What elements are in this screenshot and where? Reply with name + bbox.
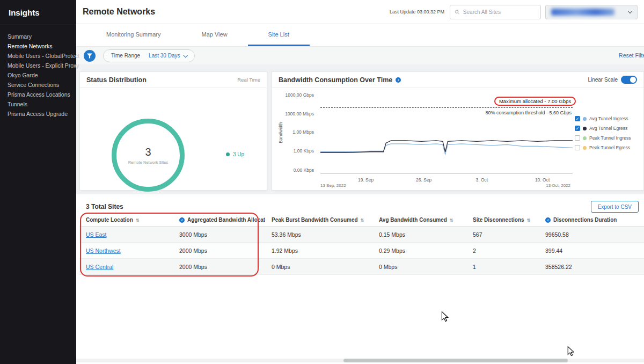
info-icon[interactable]: i [545, 217, 551, 223]
column-header-aggregated-bandwidth-allocated[interactable]: iAggregated Bandwidth Allocated [173, 214, 265, 227]
legend-checkbox[interactable] [575, 135, 580, 141]
sort-icon[interactable]: ⇅ [361, 218, 364, 223]
y-tick: 1000.00 Gbps [286, 92, 314, 98]
linear-scale-toggle[interactable] [621, 76, 637, 84]
cell-disconnections: 567 [466, 227, 539, 243]
cell-allocated: 2000 Mbps [173, 243, 265, 259]
time-range-filter[interactable]: Time Range Last 30 Days [103, 49, 195, 62]
status-donut-chart[interactable]: 3 Remote Network Sites [112, 119, 185, 192]
reset-filters-link[interactable]: Reset Filters [619, 52, 644, 59]
table-row: US Northwest2000 Mbps1.92 Mbps0.29 Mbps2… [79, 243, 644, 259]
chart-legend: ✓Avg Tunnel Ingress✓Avg Tunnel EgressPea… [575, 116, 640, 155]
y-tick: 1.00 Mbps [292, 129, 314, 135]
status-legend[interactable]: 3 Up [226, 151, 244, 157]
legend-label: Peak Tunnel Egress [589, 145, 630, 150]
cards-band: Status Distribution Real Time 3 Remote N… [76, 64, 644, 194]
date-range-end: 13 Oct, 2022 [546, 183, 570, 188]
legend-checkbox[interactable] [575, 145, 580, 150]
sidebar-item-tunnels[interactable]: Tunnels [0, 99, 76, 109]
app-window: Insights SummaryRemote NetworksMobile Us… [0, 0, 644, 364]
tab-monitoring-summary[interactable]: Monitoring Summary [86, 24, 181, 46]
linear-scale-control: Linear Scale [588, 76, 637, 84]
legend-item-peak-tunnel-egress[interactable]: Peak Tunnel Egress [575, 145, 640, 150]
info-icon[interactable]: i [179, 217, 185, 223]
table-row: US Central2000 Mbps0 Mbps0 Mbps1358526.2… [79, 259, 644, 275]
search-input[interactable] [463, 9, 536, 15]
time-range-label: Time Range [111, 53, 140, 59]
cell-duration: 99650.58 [539, 227, 644, 243]
x-tick: 3. Oct [475, 177, 488, 183]
tab-bar: Monitoring SummaryMap ViewSite List [76, 24, 644, 47]
tenant-dropdown[interactable] [545, 5, 638, 19]
x-tick: 19. Sep [358, 177, 374, 183]
legend-checkbox[interactable]: ✓ [575, 126, 580, 131]
tenant-redacted-name [551, 9, 614, 16]
table-head: Compute Location⇅iAggregated Bandwidth A… [79, 214, 644, 227]
column-label: Compute Location [86, 217, 133, 223]
top-bar: Remote Networks Last Update 03:00:32 PM [76, 0, 644, 24]
cell-duration: 358526.22 [539, 259, 644, 275]
max-allocated-annotation: Maximum allocated - 7.00 Gbps [494, 97, 576, 106]
column-header-compute-location[interactable]: Compute Location⇅ [79, 214, 173, 227]
real-time-badge: Real Time [237, 77, 260, 83]
sidebar-item-okyo-garde[interactable]: Okyo Garde [0, 70, 76, 80]
tab-site-list[interactable]: Site List [248, 24, 310, 46]
sidebar-item-prisma-access-locations[interactable]: Prisma Access Locations [0, 90, 76, 99]
column-header-site-disconnections[interactable]: Site Disconnections⇅ [466, 214, 539, 227]
sidebar-item-summary[interactable]: Summary [0, 32, 76, 41]
x-tick: 26. Sep [416, 177, 431, 183]
column-header-disconnections-duration[interactable]: iDisconnections Duration [539, 214, 644, 227]
search-box[interactable] [450, 5, 541, 19]
cell-peak: 0 Mbps [265, 259, 372, 275]
series-color-dot-icon [583, 136, 587, 140]
bandwidth-chart-plot[interactable]: Maximum allocated - 7.00 Gbps 80% consum… [320, 93, 573, 174]
sidebar-item-service-connections[interactable]: Service Connections [0, 80, 76, 90]
tab-map-view[interactable]: Map View [181, 24, 247, 46]
donut-value: 3 [145, 146, 151, 158]
sort-icon[interactable]: ⇅ [136, 218, 140, 223]
column-header-peak-burst-bandwidth-consumed[interactable]: Peak Burst Bandwidth Consumed⇅ [265, 214, 372, 227]
page-title: Remote Networks [83, 7, 155, 17]
cell-allocated: 3000 Mbps [173, 227, 265, 243]
time-range-value[interactable]: Last 30 Days [149, 53, 187, 59]
sort-icon[interactable]: ⇅ [450, 218, 453, 223]
export-to-csv-button[interactable]: Export to CSV [591, 201, 639, 213]
cell-avg: 0.15 Mbps [372, 227, 466, 243]
last-update-text: Last Update 03:00:32 PM [390, 9, 444, 14]
site-link-us-central[interactable]: US Central [86, 264, 113, 270]
y-tick: 1000.00 Mbps [285, 111, 314, 117]
column-label: Site Disconnections [473, 217, 524, 223]
cell-avg: 0 Mbps [372, 259, 466, 275]
legend-item-avg-tunnel-ingress[interactable]: ✓Avg Tunnel Ingress [575, 116, 640, 121]
site-link-us-east[interactable]: US East [86, 231, 107, 238]
cell-location: US Northwest [79, 243, 173, 259]
funnel-icon [86, 53, 93, 59]
x-tick: 10. Oct [535, 177, 550, 183]
table-body: US East3000 Mbps53.36 Mbps0.15 Mbps56799… [79, 227, 644, 275]
site-link-us-northwest[interactable]: US Northwest [86, 247, 121, 254]
sidebar-item-mobile-users-globalprotect[interactable]: Mobile Users - GlobalProtect [0, 51, 76, 61]
sort-icon[interactable]: ⇅ [527, 218, 531, 223]
toggle-knob [630, 77, 636, 83]
info-icon[interactable]: i [396, 77, 401, 83]
cell-location: US Central [79, 259, 173, 275]
date-range-start: 13 Sep, 2022 [320, 183, 346, 188]
max-allocated-dashed-line [320, 107, 573, 108]
legend-label: Avg Tunnel Ingress [589, 116, 628, 121]
column-header-avg-bandwidth-consumed[interactable]: Avg Bandwidth Consumed⇅ [372, 214, 466, 227]
legend-item-avg-tunnel-egress[interactable]: ✓Avg Tunnel Egress [575, 126, 640, 131]
legend-item-peak-tunnel-ingress[interactable]: Peak Tunnel Ingress [575, 135, 640, 141]
legend-checkbox[interactable]: ✓ [575, 116, 580, 121]
filter-button[interactable] [84, 50, 96, 62]
bandwidth-card-title: Bandwidth Consumption Over Time [279, 76, 392, 84]
sidebar-nav: SummaryRemote NetworksMobile Users - Glo… [0, 25, 76, 119]
horizontal-scrollbar-thumb[interactable] [343, 359, 568, 362]
sidebar-item-prisma-access-upgrade[interactable]: Prisma Access Upgrade [0, 109, 76, 119]
cell-peak: 1.92 Mbps [265, 243, 372, 259]
chevron-down-icon [184, 53, 188, 57]
sidebar-item-remote-networks[interactable]: Remote Networks [0, 41, 76, 51]
column-label: Disconnections Duration [553, 217, 617, 223]
sidebar: Insights SummaryRemote NetworksMobile Us… [0, 0, 76, 364]
sidebar-item-mobile-users-explicit-proxy[interactable]: Mobile Users - Explicit Proxy [0, 61, 76, 70]
series-line-avg-tunnel-egress [320, 141, 573, 152]
